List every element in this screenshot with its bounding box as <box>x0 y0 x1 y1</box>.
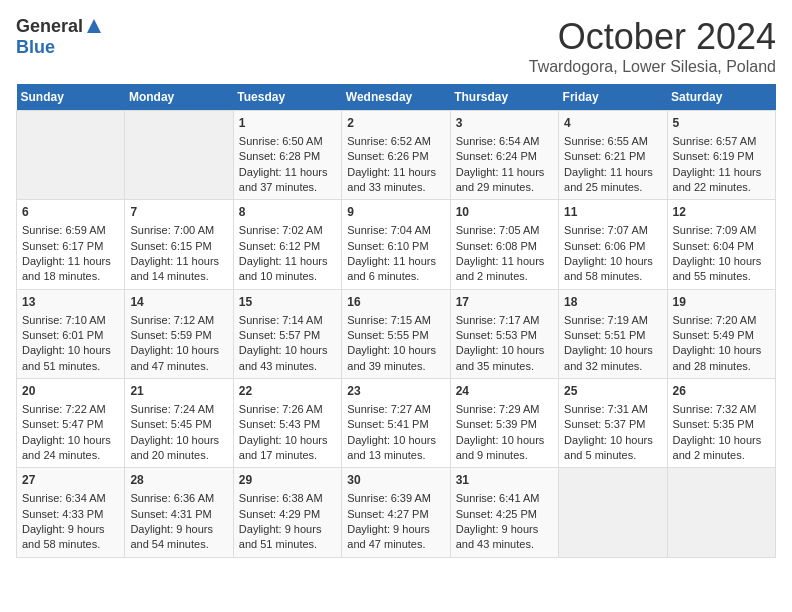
day-info: Sunrise: 7:04 AM <box>347 223 444 238</box>
day-info: Sunrise: 6:54 AM <box>456 134 553 149</box>
day-info: Sunset: 4:31 PM <box>130 507 227 522</box>
day-info: Daylight: 11 hours and 29 minutes. <box>456 165 553 196</box>
day-number: 24 <box>456 383 553 400</box>
calendar-cell: 6Sunrise: 6:59 AMSunset: 6:17 PMDaylight… <box>17 200 125 289</box>
day-info: Sunset: 6:15 PM <box>130 239 227 254</box>
week-row-4: 20Sunrise: 7:22 AMSunset: 5:47 PMDayligh… <box>17 379 776 468</box>
week-row-1: 1Sunrise: 6:50 AMSunset: 6:28 PMDaylight… <box>17 111 776 200</box>
day-number: 9 <box>347 204 444 221</box>
calendar-cell: 24Sunrise: 7:29 AMSunset: 5:39 PMDayligh… <box>450 379 558 468</box>
day-info: Daylight: 10 hours and 35 minutes. <box>456 343 553 374</box>
week-row-5: 27Sunrise: 6:34 AMSunset: 4:33 PMDayligh… <box>17 468 776 557</box>
day-info: Sunset: 6:26 PM <box>347 149 444 164</box>
calendar-cell: 7Sunrise: 7:00 AMSunset: 6:15 PMDaylight… <box>125 200 233 289</box>
calendar-table: SundayMondayTuesdayWednesdayThursdayFrid… <box>16 84 776 558</box>
day-info: Sunrise: 7:12 AM <box>130 313 227 328</box>
week-row-3: 13Sunrise: 7:10 AMSunset: 6:01 PMDayligh… <box>17 289 776 378</box>
calendar-cell: 12Sunrise: 7:09 AMSunset: 6:04 PMDayligh… <box>667 200 775 289</box>
day-info: Sunrise: 7:27 AM <box>347 402 444 417</box>
day-info: Sunset: 5:53 PM <box>456 328 553 343</box>
day-number: 31 <box>456 472 553 489</box>
calendar-cell: 26Sunrise: 7:32 AMSunset: 5:35 PMDayligh… <box>667 379 775 468</box>
day-info: Sunset: 5:59 PM <box>130 328 227 343</box>
day-info: Sunset: 5:49 PM <box>673 328 770 343</box>
day-info: Daylight: 11 hours and 10 minutes. <box>239 254 336 285</box>
day-info: Daylight: 10 hours and 47 minutes. <box>130 343 227 374</box>
day-info: Daylight: 9 hours and 43 minutes. <box>456 522 553 553</box>
day-info: Sunset: 6:17 PM <box>22 239 119 254</box>
day-number: 28 <box>130 472 227 489</box>
day-info: Sunset: 6:21 PM <box>564 149 661 164</box>
day-info: Sunset: 6:04 PM <box>673 239 770 254</box>
day-info: Daylight: 10 hours and 20 minutes. <box>130 433 227 464</box>
calendar-cell: 5Sunrise: 6:57 AMSunset: 6:19 PMDaylight… <box>667 111 775 200</box>
day-number: 6 <box>22 204 119 221</box>
calendar-cell: 13Sunrise: 7:10 AMSunset: 6:01 PMDayligh… <box>17 289 125 378</box>
day-info: Daylight: 10 hours and 28 minutes. <box>673 343 770 374</box>
day-info: Sunrise: 6:55 AM <box>564 134 661 149</box>
day-info: Sunrise: 7:09 AM <box>673 223 770 238</box>
logo-general-text: General <box>16 16 83 37</box>
day-number: 19 <box>673 294 770 311</box>
header-day-wednesday: Wednesday <box>342 84 450 111</box>
day-info: Daylight: 9 hours and 54 minutes. <box>130 522 227 553</box>
day-info: Daylight: 11 hours and 33 minutes. <box>347 165 444 196</box>
day-info: Sunset: 5:41 PM <box>347 417 444 432</box>
calendar-cell: 9Sunrise: 7:04 AMSunset: 6:10 PMDaylight… <box>342 200 450 289</box>
calendar-cell: 29Sunrise: 6:38 AMSunset: 4:29 PMDayligh… <box>233 468 341 557</box>
day-info: Sunset: 5:57 PM <box>239 328 336 343</box>
day-info: Sunrise: 7:10 AM <box>22 313 119 328</box>
calendar-cell: 31Sunrise: 6:41 AMSunset: 4:25 PMDayligh… <box>450 468 558 557</box>
header-day-sunday: Sunday <box>17 84 125 111</box>
day-info: Sunset: 5:51 PM <box>564 328 661 343</box>
calendar-cell: 20Sunrise: 7:22 AMSunset: 5:47 PMDayligh… <box>17 379 125 468</box>
day-number: 11 <box>564 204 661 221</box>
calendar-cell: 19Sunrise: 7:20 AMSunset: 5:49 PMDayligh… <box>667 289 775 378</box>
day-number: 13 <box>22 294 119 311</box>
day-number: 10 <box>456 204 553 221</box>
day-info: Daylight: 11 hours and 18 minutes. <box>22 254 119 285</box>
day-info: Sunrise: 7:22 AM <box>22 402 119 417</box>
logo-icon <box>85 17 103 35</box>
day-info: Daylight: 11 hours and 2 minutes. <box>456 254 553 285</box>
week-row-2: 6Sunrise: 6:59 AMSunset: 6:17 PMDaylight… <box>17 200 776 289</box>
day-number: 27 <box>22 472 119 489</box>
day-info: Sunrise: 7:17 AM <box>456 313 553 328</box>
location-title: Twardogora, Lower Silesia, Poland <box>529 58 776 76</box>
calendar-cell: 1Sunrise: 6:50 AMSunset: 6:28 PMDaylight… <box>233 111 341 200</box>
day-number: 25 <box>564 383 661 400</box>
day-info: Sunrise: 7:31 AM <box>564 402 661 417</box>
calendar-cell: 11Sunrise: 7:07 AMSunset: 6:06 PMDayligh… <box>559 200 667 289</box>
day-info: Sunset: 6:06 PM <box>564 239 661 254</box>
calendar-cell: 8Sunrise: 7:02 AMSunset: 6:12 PMDaylight… <box>233 200 341 289</box>
day-info: Sunset: 5:43 PM <box>239 417 336 432</box>
day-info: Sunset: 6:10 PM <box>347 239 444 254</box>
title-section: October 2024 Twardogora, Lower Silesia, … <box>529 16 776 76</box>
day-info: Sunset: 4:29 PM <box>239 507 336 522</box>
day-info: Daylight: 11 hours and 6 minutes. <box>347 254 444 285</box>
day-number: 14 <box>130 294 227 311</box>
day-info: Daylight: 10 hours and 2 minutes. <box>673 433 770 464</box>
day-number: 1 <box>239 115 336 132</box>
calendar-cell: 2Sunrise: 6:52 AMSunset: 6:26 PMDaylight… <box>342 111 450 200</box>
header-row: SundayMondayTuesdayWednesdayThursdayFrid… <box>17 84 776 111</box>
day-info: Daylight: 9 hours and 51 minutes. <box>239 522 336 553</box>
day-number: 22 <box>239 383 336 400</box>
day-number: 21 <box>130 383 227 400</box>
day-info: Sunset: 5:55 PM <box>347 328 444 343</box>
day-info: Daylight: 10 hours and 9 minutes. <box>456 433 553 464</box>
day-number: 29 <box>239 472 336 489</box>
day-number: 8 <box>239 204 336 221</box>
day-info: Sunset: 5:39 PM <box>456 417 553 432</box>
day-info: Sunrise: 7:05 AM <box>456 223 553 238</box>
header-day-monday: Monday <box>125 84 233 111</box>
day-info: Sunrise: 7:29 AM <box>456 402 553 417</box>
day-info: Daylight: 10 hours and 43 minutes. <box>239 343 336 374</box>
day-info: Sunset: 5:37 PM <box>564 417 661 432</box>
day-info: Sunrise: 6:38 AM <box>239 491 336 506</box>
day-info: Sunset: 5:47 PM <box>22 417 119 432</box>
calendar-cell: 3Sunrise: 6:54 AMSunset: 6:24 PMDaylight… <box>450 111 558 200</box>
day-info: Sunset: 5:35 PM <box>673 417 770 432</box>
day-number: 23 <box>347 383 444 400</box>
day-info: Sunrise: 6:59 AM <box>22 223 119 238</box>
